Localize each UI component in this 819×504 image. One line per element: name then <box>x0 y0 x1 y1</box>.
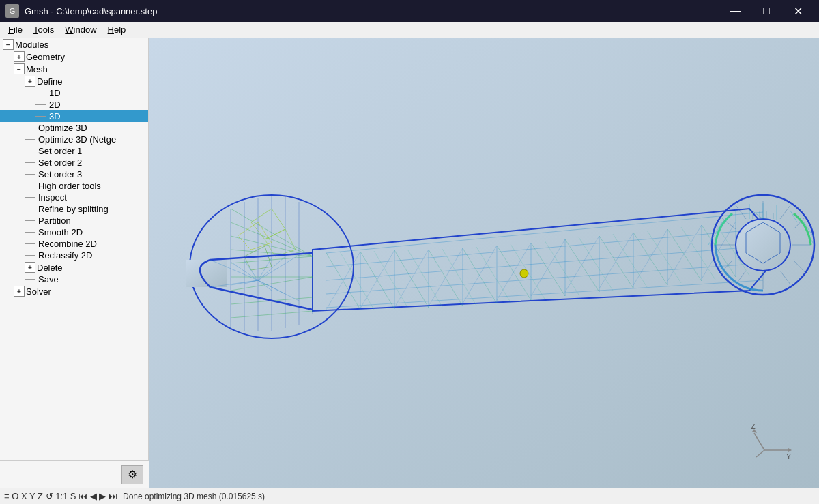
expander-define[interactable]: + <box>25 76 35 87</box>
menu-file[interactable]: File <box>3 23 28 36</box>
label-geometry: Geometry <box>26 52 65 62</box>
sidebar-item-setorder2[interactable]: Set order 2 <box>0 157 148 168</box>
label-modules: Modules <box>15 40 48 50</box>
status-icons: ≡ O X Y Z ↺ 1:1 S ⏮ ◀ ▶ ⏭ <box>4 491 117 501</box>
sidebar-item-partition[interactable]: Partition <box>0 215 148 226</box>
sidebar-item-setorder3[interactable]: Set order 3 <box>0 168 148 180</box>
settings-button[interactable]: ⚙ <box>121 465 143 484</box>
axis-indicator: Y Z <box>751 419 792 460</box>
label-setorder3: Set order 3 <box>38 169 82 179</box>
expander-delete[interactable]: + <box>25 262 35 273</box>
sidebar-item-optimize3d[interactable]: Optimize 3D <box>0 122 148 134</box>
label-partition: Partition <box>38 216 71 226</box>
sidebar-item-setorder1[interactable]: Set order 1 <box>0 145 148 157</box>
sidebar-item-solver[interactable]: +Solver <box>0 285 148 297</box>
mesh-view <box>149 38 819 488</box>
menu-tools[interactable]: Tools <box>28 23 59 36</box>
label-inspect: Inspect <box>38 192 67 203</box>
sidebar-item-recombine2d[interactable]: Recombine 2D <box>0 238 148 250</box>
label-optimize3d: Optimize 3D <box>38 123 87 133</box>
label-3d: 3D <box>49 111 61 121</box>
svg-point-55 <box>520 269 528 278</box>
label-reclassify2d: Reclassify 2D <box>38 250 92 261</box>
sidebar-item-highordertools[interactable]: High order tools <box>0 180 148 192</box>
label-optimize3d-netgen: Optimize 3D (Netge <box>38 134 116 145</box>
label-delete: Delete <box>37 263 63 273</box>
sidebar-item-1d[interactable]: 1D <box>0 87 148 99</box>
statusbar: ≡ O X Y Z ↺ 1:1 S ⏮ ◀ ▶ ⏭ Done optimizin… <box>0 488 819 504</box>
expander-mesh[interactable]: − <box>14 63 25 74</box>
menu-help[interactable]: Help <box>102 23 132 36</box>
sidebar-item-geometry[interactable]: +Geometry <box>0 50 148 63</box>
sidebar-item-save[interactable]: Save <box>0 273 148 285</box>
label-save: Save <box>38 274 59 284</box>
sidebar: −Modules+Geometry−Mesh+Define1D2D3DOptim… <box>0 38 149 460</box>
menu-window[interactable]: Window <box>59 23 102 36</box>
sidebar-footer: ⚙ <box>0 460 149 488</box>
svg-text:Y: Y <box>786 452 792 460</box>
label-solver: Solver <box>26 286 51 297</box>
app-icon: G <box>5 4 19 18</box>
label-setorder2: Set order 2 <box>38 158 82 168</box>
sidebar-item-optimize3d-netgen[interactable]: Optimize 3D (Netge <box>0 134 148 145</box>
label-mesh: Mesh <box>26 64 48 74</box>
sidebar-item-reclassify2d[interactable]: Reclassify 2D <box>0 250 148 261</box>
minimize-button[interactable]: — <box>719 0 751 22</box>
label-smooth2d: Smooth 2D <box>38 227 83 237</box>
svg-text:Z: Z <box>751 422 756 430</box>
sidebar-item-delete[interactable]: +Delete <box>0 261 148 273</box>
label-highordertools: High order tools <box>38 181 101 191</box>
titlebar: G Gmsh - C:\temp\cad\spanner.step — □ ✕ <box>0 0 819 22</box>
sidebar-item-smooth2d[interactable]: Smooth 2D <box>0 226 148 238</box>
expander-geometry[interactable]: + <box>14 51 25 62</box>
viewport[interactable]: Y Z <box>149 38 819 488</box>
window-controls: — □ ✕ <box>719 0 814 22</box>
svg-line-126 <box>756 450 764 457</box>
label-2d: 2D <box>49 100 61 110</box>
sidebar-item-define[interactable]: +Define <box>0 75 148 87</box>
sidebar-wrapper: −Modules+Geometry−Mesh+Define1D2D3DOptim… <box>0 38 149 488</box>
expander-modules[interactable]: − <box>3 39 14 50</box>
sidebar-item-modules[interactable]: −Modules <box>0 38 148 50</box>
label-define: Define <box>37 76 63 87</box>
sidebar-item-refinebysplitting[interactable]: Refine by splitting <box>0 203 148 215</box>
close-button[interactable]: ✕ <box>782 0 814 22</box>
svg-line-123 <box>754 433 764 450</box>
sidebar-item-inspect[interactable]: Inspect <box>0 192 148 203</box>
maximize-button[interactable]: □ <box>751 0 782 22</box>
expander-solver[interactable]: + <box>14 286 25 297</box>
menubar: File Tools Window Help <box>0 22 819 38</box>
main-area: −Modules+Geometry−Mesh+Define1D2D3DOptim… <box>0 38 819 488</box>
label-1d: 1D <box>49 88 61 98</box>
window-title: Gmsh - C:\temp\cad\spanner.step <box>25 6 719 16</box>
sidebar-item-2d[interactable]: 2D <box>0 99 148 110</box>
sidebar-item-mesh[interactable]: −Mesh <box>0 63 148 75</box>
label-setorder1: Set order 1 <box>38 146 82 156</box>
sidebar-item-3d[interactable]: 3D <box>0 110 148 122</box>
label-refinebysplitting: Refine by splitting <box>38 204 109 214</box>
status-message: Done optimizing 3D mesh (0.015625 s) <box>123 492 265 501</box>
label-recombine2d: Recombine 2D <box>38 239 97 249</box>
